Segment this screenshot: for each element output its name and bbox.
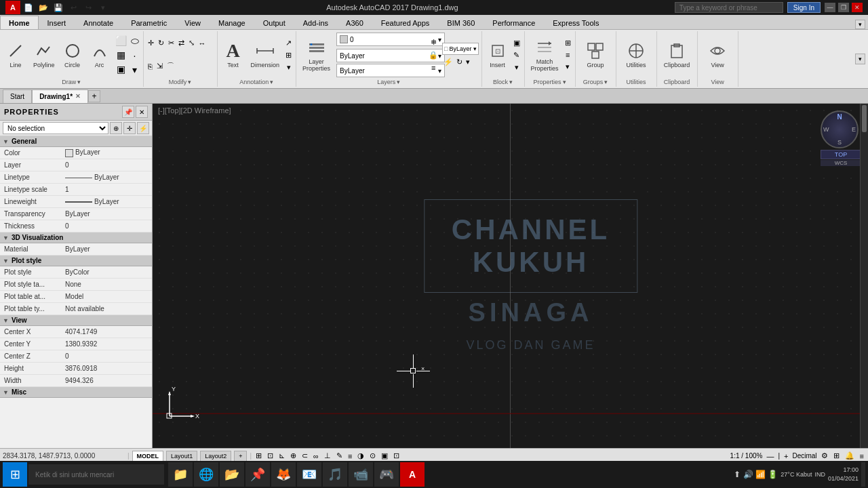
taskbar-app-files[interactable]: 📂	[220, 462, 244, 487]
fillet-btn[interactable]: ⌒	[165, 60, 176, 73]
tab-parametric[interactable]: Parametric	[122, 16, 176, 29]
annotation-scale-btn[interactable]: ⊞	[832, 451, 841, 460]
group-btn[interactable]: Group	[583, 37, 608, 73]
scale-btn[interactable]: ⤡	[187, 37, 196, 49]
tab-a360[interactable]: A360	[337, 16, 372, 29]
layer-sm1[interactable]: ⚡	[442, 56, 454, 68]
quick-select-btn[interactable]: ⚡	[137, 122, 149, 134]
clipboard-btn[interactable]: Clipboard	[660, 37, 694, 73]
draw-group-label[interactable]: Draw▾	[62, 79, 81, 85]
create-block-btn[interactable]: ▣	[512, 37, 521, 49]
taskbar-app-mail[interactable]: 📧	[297, 462, 321, 487]
prop-sm1[interactable]: ⊞	[564, 37, 572, 49]
save-btn[interactable]: 💾	[52, 1, 65, 14]
layer-properties-btn[interactable]: LayerProperties	[299, 36, 334, 74]
utilities-btn[interactable]: Utilities	[623, 37, 650, 73]
doc-tab-start[interactable]: Start	[3, 89, 32, 103]
taskbar-app-pin1[interactable]: 📌	[245, 462, 270, 487]
system-tray-icons[interactable]: ⬆ 🔊 📶 🔋	[734, 470, 778, 479]
prop-sm2[interactable]: ≡	[564, 49, 572, 60]
stretch-btn[interactable]: ⇲	[155, 60, 164, 72]
leader-btn[interactable]: ↗	[284, 37, 293, 49]
pick-add-btn[interactable]: ⊕	[110, 122, 122, 134]
insert-btn[interactable]: ⊡ Insert	[485, 37, 511, 73]
ellipse-btn[interactable]: ⬭	[130, 34, 140, 48]
tab-bim360[interactable]: BIM 360	[438, 16, 484, 29]
tab-addins[interactable]: Add-ins	[294, 16, 337, 29]
minimize-btn[interactable]: —	[825, 3, 835, 12]
dimension-btn[interactable]: Dimension	[248, 37, 283, 73]
taskbar-app-video[interactable]: 📹	[349, 462, 373, 487]
move-btn[interactable]: ✛	[146, 37, 155, 49]
prop-sm3[interactable]: ▾	[564, 61, 572, 73]
notifications-btn[interactable]: 🔔	[844, 451, 856, 460]
misc-section-header[interactable]: ▼ Misc	[0, 387, 152, 398]
tab-featured[interactable]: Featured Apps	[372, 16, 439, 29]
layout2-tab-btn[interactable]: Layout2	[200, 451, 231, 462]
dynamic-ucs-btn[interactable]: ⊥	[323, 451, 332, 460]
ribbon-expand-btn[interactable]: ▾	[855, 54, 865, 64]
open-btn[interactable]: 📂	[37, 1, 50, 14]
grid-btn[interactable]: ⊡	[266, 451, 275, 460]
tab-express[interactable]: Express Tools	[544, 16, 608, 29]
block-editor-btn[interactable]: ✎	[512, 49, 521, 61]
layout1-tab-btn[interactable]: Layout1	[166, 451, 197, 462]
extend-btn[interactable]: ↔	[197, 38, 208, 49]
layers-group-label[interactable]: Layers▾	[377, 79, 400, 85]
dynamic-input-btn[interactable]: ✎	[335, 451, 344, 460]
viewport[interactable]: [-][Top][2D Wireframe] CHANNEL KUKUH SIN…	[153, 104, 868, 448]
new-tab-btn[interactable]: +	[88, 90, 100, 102]
block-more-btn[interactable]: ▾	[512, 62, 521, 73]
3d-object-snap-btn[interactable]: ▣	[380, 451, 389, 460]
select-all-btn[interactable]: ✛	[123, 122, 136, 134]
table-btn[interactable]: ⊞	[284, 49, 293, 61]
redo-btn[interactable]: ↪	[81, 1, 95, 14]
trim-btn[interactable]: ✂	[167, 37, 176, 49]
object-snap-btn[interactable]: ⊂	[300, 451, 309, 460]
taskbar-app-game[interactable]: 🎮	[374, 462, 399, 487]
view-section-header[interactable]: ▼ View	[0, 315, 152, 326]
block-group-label[interactable]: Block▾	[493, 79, 513, 85]
ribbon-collapse-btn[interactable]: ▾	[855, 20, 865, 29]
annot-more-btn[interactable]: ▾	[284, 62, 293, 73]
workspace-btn[interactable]: ⚙	[820, 451, 829, 460]
layer-freeze-btn[interactable]: ❄	[427, 37, 439, 48]
tab-home[interactable]: Home	[0, 16, 39, 29]
restore-btn[interactable]: ❐	[838, 3, 849, 12]
transparency-toggle-btn[interactable]: ◑	[356, 451, 366, 460]
object-track-btn[interactable]: ∞	[312, 452, 320, 460]
plot-style-section-header[interactable]: ▼ Plot style	[0, 256, 152, 266]
gradient-btn[interactable]: ▣	[114, 62, 128, 76]
modify-group-label[interactable]: Modify▾	[169, 79, 192, 85]
layer-sm2[interactable]: ↻	[455, 56, 464, 68]
close-btn[interactable]: ✕	[852, 3, 863, 12]
general-section-header[interactable]: ▼ General	[0, 136, 152, 147]
vertical-scrollbar[interactable]	[860, 104, 868, 448]
taskbar-app-autocad[interactable]: A	[400, 462, 425, 487]
taskbar-app-firefox[interactable]: 🦊	[271, 462, 296, 487]
undo-btn[interactable]: ↩	[66, 1, 80, 14]
dynamic-ucs2-btn[interactable]: ⊡	[392, 451, 401, 460]
groups-group-label[interactable]: Groups▾	[583, 79, 608, 85]
text-btn[interactable]: A Text	[220, 37, 246, 73]
model-tab-btn[interactable]: MODEL	[132, 451, 164, 462]
custom-btn[interactable]: ≡	[859, 452, 865, 460]
3d-section-header[interactable]: ▼ 3D Visualization	[0, 232, 152, 243]
tab-manage[interactable]: Manage	[210, 16, 254, 29]
tab-insert[interactable]: Insert	[39, 16, 75, 29]
properties-auto-hide-btn[interactable]: 📌	[122, 106, 134, 118]
draw-more-btn[interactable]: ▾	[130, 63, 140, 77]
annotation-group-label[interactable]: Annotation▾	[239, 79, 273, 85]
tab-annotate[interactable]: Annotate	[75, 16, 122, 29]
close-drawing1-icon[interactable]: ✕	[75, 93, 81, 100]
layer-match-btn[interactable]: ≡	[427, 62, 439, 73]
doc-tab-drawing1[interactable]: Drawing1* ✕	[32, 89, 88, 103]
line-btn[interactable]: Line	[3, 37, 28, 73]
ortho-btn[interactable]: ⊾	[277, 451, 286, 460]
tab-performance[interactable]: Performance	[484, 16, 544, 29]
taskbar-app-edge[interactable]: 🌐	[194, 462, 218, 487]
taskbar-app-explorer[interactable]: 📁	[168, 462, 193, 487]
app-menu-button[interactable]: A	[5, 1, 20, 14]
tab-output[interactable]: Output	[254, 16, 294, 29]
rotate-btn[interactable]: ↻	[157, 37, 165, 49]
